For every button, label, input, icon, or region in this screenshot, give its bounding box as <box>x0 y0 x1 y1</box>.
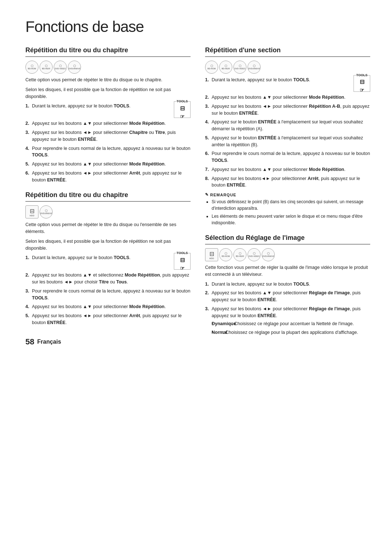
list-item: 2. Appuyez sur les boutons ▲▼ pour sélec… <box>205 94 370 101</box>
list-item: Si vous définissez le point (B) dans les… <box>212 199 370 212</box>
section4-title: Sélection du Réglage de l'image <box>205 234 370 245</box>
list-item: Dynamique : Choisissez ce réglage pour a… <box>212 320 370 327</box>
disc-bdrom: BD-ROM <box>25 61 38 74</box>
section1-title: Répétition du titre ou du chapitre <box>25 46 191 57</box>
list-item: 5. Appuyez sur le bouton ENTRÉE à l'empl… <box>205 135 370 148</box>
disc-icons-row-2: ⊟ HDD DVD±RW/±R <box>25 205 191 218</box>
disc-dvdvideo: DVD-VIDEO <box>54 61 67 74</box>
list-item: 2. Appuyez sur les boutons ▲▼ et sélecti… <box>25 272 191 286</box>
list-item: 8. Appuyez sur les boutons◄► pour sélect… <box>205 175 370 189</box>
list-item: 4. Appuyez sur le bouton ENTRÉE à l'empl… <box>205 119 370 132</box>
remarque-title: ✎ REMARQUE <box>205 192 370 197</box>
disc-bdrer-r: BD-RE/R <box>219 61 232 74</box>
bullet-list: Dynamique : Choisissez ce réglage pour a… <box>212 320 370 336</box>
disc-bdrom-s: BD-ROM <box>219 248 232 261</box>
disc-bdrer: BD-RE/R <box>40 61 53 74</box>
section2-title: Répétition du titre ou du chapitre <box>25 191 191 202</box>
page-number: 58 <box>25 337 34 347</box>
section-repeat-section: Répétition d'une section BD-ROM BD-RE/R … <box>205 46 370 226</box>
left-column: Répétition du titre ou du chapitre BD-RO… <box>25 46 191 347</box>
section1-intro2: Selon les disques, il est possible que l… <box>25 86 191 100</box>
right-column: Répétition d'une section BD-ROM BD-RE/R … <box>205 46 370 347</box>
section1-steps: 1. Durant la lecture, appuyez sur le bou… <box>25 103 191 183</box>
footer: 58 Français <box>25 337 191 347</box>
page-title: Fonctions de base <box>25 18 370 36</box>
remarque-list: Si vous définissez le point (B) dans les… <box>205 199 370 226</box>
list-item: 5. Appuyez sur les boutons ◄► pour sélec… <box>25 312 191 326</box>
list-item: 3. Appuyez sur les boutons ◄► pour sélec… <box>205 103 370 117</box>
tools-icon-1: TOOLS ⊟ ☞ <box>174 101 191 118</box>
list-item: 6. Pour reprendre le cours normal de la … <box>205 150 370 164</box>
list-item: 6. Appuyez sur les boutons ◄► pour sélec… <box>25 170 191 184</box>
disc-icons-row-3: BD-ROM BD-RE/R DVD-VIDEO DVD±RW/±R <box>205 61 370 74</box>
section4-steps: 1. Durant la lecture, appuyez sur le bou… <box>205 281 370 338</box>
section-repeat-title-chap-hdd: Répétition du titre ou du chapitre ⊟ HDD… <box>25 191 191 326</box>
list-item: Les éléments de menu peuvent varier selo… <box>212 213 370 226</box>
list-item: 1. Durant la lecture, appuyez sur le bou… <box>25 254 191 270</box>
disc-dvdrwr: DVD±RW/±R <box>68 61 81 74</box>
disc-dvdrwr-s: DVD±RW/±R <box>262 248 275 261</box>
disc-hdd-2: ⊟ HDD <box>205 248 218 261</box>
disc-dvdrwr2: DVD±RW/±R <box>40 205 53 218</box>
list-item: Normal : Choisissez ce réglage pour la p… <box>212 329 370 336</box>
disc-hdd: ⊟ HDD <box>25 205 38 218</box>
section4-intro: Cette fonction vous permet de régler la … <box>205 264 370 278</box>
list-item: 1. Durant la lecture, appuyez sur le bou… <box>205 77 370 92</box>
list-item: 4. Pour reprendre le cours normal de la … <box>25 145 191 159</box>
list-item: 3. Appuyez sur les boutons ◄► pour sélec… <box>205 306 370 338</box>
disc-bdrom-r: BD-ROM <box>205 61 218 74</box>
section2-intro2: Selon les disques, il est possible que l… <box>25 238 191 252</box>
list-item: 2. Appuyez sur les boutons ▲▼ pour sélec… <box>25 120 191 127</box>
tools-icon-3: TOOLS ⊟ ☞ <box>354 75 370 92</box>
list-item: 3. Appuyez sur les boutons ◄► pour sélec… <box>25 129 191 143</box>
section3-title: Répétition d'une section <box>205 46 370 57</box>
section-image-setting: Sélection du Réglage de l'image ⊟ HDD BD… <box>205 234 370 338</box>
disc-dvdvideo-s: DVD-VIDEO <box>248 248 261 261</box>
list-item: 5. Appuyez sur les boutons ▲▼ pour sélec… <box>25 161 191 168</box>
tools-icon-2: TOOLS ⊟ ☞ <box>174 253 191 270</box>
disc-dvdvideo-r: DVD-VIDEO <box>233 61 246 74</box>
page-lang: Français <box>37 339 61 345</box>
disc-icons-row-1: BD-ROM BD-RE/R DVD-VIDEO DVD±RW/±R <box>25 61 191 74</box>
disc-dvdrwr-r: DVD±RW/±R <box>248 61 261 74</box>
section3-steps: 1. Durant la lecture, appuyez sur le bou… <box>205 77 370 189</box>
list-item: 1. Durant la lecture, appuyez sur le bou… <box>205 281 370 288</box>
section1-intro1: Cette option vous permet de répéter le t… <box>25 77 191 83</box>
list-item: 7. Appuyez sur les boutons ▲▼ pour sélec… <box>205 166 370 173</box>
list-item: 1. Durant la lecture, appuyez sur le bou… <box>25 103 191 118</box>
section2-intro1: Cette option vous permet de répéter le t… <box>25 221 191 235</box>
list-item: 4. Appuyez sur les boutons ▲▼ pour sélec… <box>25 303 191 310</box>
section2-steps: 1. Durant la lecture, appuyez sur le bou… <box>25 254 191 326</box>
list-item: 2. Appuyez sur les boutons ▲▼ pour sélec… <box>205 290 370 303</box>
remarque-block: ✎ REMARQUE Si vous définissez le point (… <box>205 192 370 226</box>
section-repeat-title-chap-bd: Répétition du titre ou du chapitre BD-RO… <box>25 46 191 183</box>
disc-icons-row-4: ⊟ HDD BD-ROM BD-RE/R DVD-VIDEO DVD <box>205 248 370 261</box>
list-item: 3. Pour reprendre le cours normal de la … <box>25 288 191 302</box>
disc-bdrer-s: BD-RE/R <box>233 248 246 261</box>
